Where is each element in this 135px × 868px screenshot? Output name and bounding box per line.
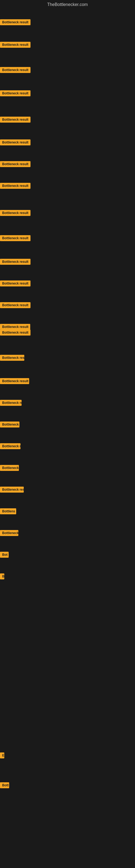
bottleneck-result-item[interactable]: Bottleneck result bbox=[0, 378, 29, 385]
bottleneck-badge[interactable]: Bottleneck result bbox=[0, 67, 31, 73]
bottleneck-badge[interactable]: Bottleneck result bbox=[0, 42, 31, 48]
bottleneck-badge[interactable]: Bottlens bbox=[0, 508, 16, 514]
bottleneck-badge[interactable]: Bottleneck result bbox=[0, 117, 31, 123]
site-title-text: TheBottlenecker.com bbox=[47, 2, 88, 7]
bottleneck-result-item[interactable]: Bottleneck result bbox=[0, 302, 31, 309]
bottleneck-badge[interactable]: Bottleneck result bbox=[0, 400, 21, 406]
bottleneck-result-item[interactable]: E bbox=[0, 752, 4, 760]
bottleneck-result-item[interactable]: Bottleneck result bbox=[0, 400, 21, 407]
bottleneck-result-item[interactable]: Bottleneck result bbox=[0, 67, 31, 74]
bottleneck-badge[interactable]: Bottleneck result bbox=[0, 183, 31, 189]
bottleneck-badge[interactable]: Bottleneck result bbox=[0, 210, 31, 216]
bottleneck-result-item[interactable]: Bot bbox=[0, 552, 9, 559]
bottleneck-badge[interactable]: B bbox=[0, 574, 4, 579]
bottleneck-result-item[interactable]: Bottleneck result bbox=[0, 259, 31, 266]
bottleneck-result-item[interactable]: Bottleneck result bbox=[0, 355, 24, 362]
bottleneck-result-item[interactable]: Bottleneck result bbox=[0, 183, 31, 190]
bottleneck-badge[interactable]: Bottleneck r bbox=[0, 443, 20, 449]
bottleneck-badge[interactable]: Bottleneck result bbox=[0, 90, 31, 96]
bottleneck-result-item[interactable]: Bottleneck result bbox=[0, 90, 31, 97]
bottleneck-result-item[interactable]: Bottleneck res bbox=[0, 487, 24, 494]
bottleneck-result-item[interactable]: Bottleneck result bbox=[0, 117, 31, 124]
bottleneck-result-item[interactable]: Bottleneck bbox=[0, 465, 19, 472]
bottleneck-badge[interactable]: Bottleneck result bbox=[0, 259, 31, 265]
bottleneck-result-item[interactable]: Bottleneck result bbox=[0, 19, 31, 26]
bottleneck-badge[interactable]: Bottleneck bbox=[0, 465, 19, 471]
bottleneck-result-item[interactable]: Bottleneck result bbox=[0, 210, 31, 217]
bottleneck-badge[interactable]: Bottleneck result bbox=[0, 19, 31, 25]
bottleneck-badge[interactable]: Bottleneck bbox=[0, 422, 19, 428]
bottleneck-badge[interactable]: E bbox=[0, 752, 4, 758]
bottleneck-result-item[interactable]: Bottleneck result bbox=[0, 140, 31, 147]
bottleneck-result-item[interactable]: Bott bbox=[0, 782, 9, 789]
bottleneck-badge[interactable]: Bottleneck result bbox=[0, 324, 30, 330]
bottleneck-badge[interactable]: Bottleneck result bbox=[0, 161, 31, 167]
bottleneck-badge[interactable]: Bottleneck bbox=[0, 530, 18, 536]
bottleneck-result-item[interactable]: Bottleneck result bbox=[0, 235, 31, 242]
bottleneck-result-item[interactable]: Bottleneck bbox=[0, 422, 19, 429]
bottleneck-result-item[interactable]: B bbox=[0, 574, 4, 581]
bottleneck-result-item[interactable]: Bottleneck result bbox=[0, 42, 31, 49]
bottleneck-badge[interactable]: Bottleneck result bbox=[0, 140, 31, 145]
bottleneck-badge[interactable]: Bottleneck result bbox=[0, 330, 31, 336]
bottleneck-badge[interactable]: Bottleneck result bbox=[0, 280, 31, 286]
bottleneck-badge[interactable]: Bottleneck result bbox=[0, 355, 24, 361]
bottleneck-badge[interactable]: Bot bbox=[0, 552, 9, 558]
bottleneck-badge[interactable]: Bottleneck result bbox=[0, 235, 31, 241]
bottleneck-result-item[interactable]: Bottleneck bbox=[0, 530, 18, 537]
bottleneck-badge[interactable]: Bottleneck result bbox=[0, 302, 31, 308]
bottleneck-result-item[interactable]: Bottleneck result bbox=[0, 280, 31, 287]
site-title: TheBottlenecker.com bbox=[0, 0, 135, 9]
bottleneck-badge[interactable]: Bottleneck res bbox=[0, 487, 24, 493]
bottleneck-result-item[interactable]: Bottlens bbox=[0, 508, 16, 516]
bottleneck-badge[interactable]: Bottleneck result bbox=[0, 378, 29, 384]
bottleneck-result-item[interactable]: Bottleneck result bbox=[0, 161, 31, 168]
bottleneck-badge[interactable]: Bott bbox=[0, 782, 9, 788]
bottleneck-result-item[interactable]: Bottleneck result bbox=[0, 330, 31, 337]
bottleneck-result-item[interactable]: Bottleneck r bbox=[0, 443, 20, 450]
